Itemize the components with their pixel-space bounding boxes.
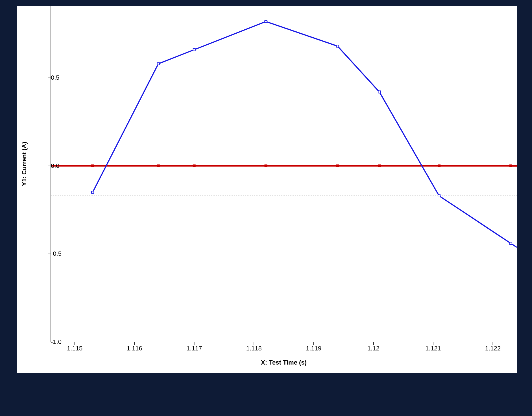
data-marker [336,45,339,47]
ref-lines [51,166,517,196]
series-blue [91,20,517,247]
data-marker [157,63,160,65]
data-marker [91,191,94,193]
data-marker [91,165,94,167]
data-marker [438,195,440,197]
chart-panel: -1.0-0.50.00.5 1.1151.1161.1171.1181.119… [17,6,517,373]
data-marker [193,165,195,167]
data-marker [336,165,339,167]
data-marker [378,91,380,93]
data-marker [265,165,267,167]
x-ticks [75,342,493,345]
x-tick-label: 1.121 [425,345,441,352]
y-axis-title: Y1: Current (A) [21,142,28,186]
x-tick-label: 1.122 [485,345,501,352]
series-red [51,165,517,167]
data-marker [157,165,160,167]
data-marker [265,20,267,23]
x-axis-title: X: Test Time (s) [261,359,307,366]
y-ticks [48,78,51,342]
plot-svg[interactable] [17,6,517,373]
x-tick-label: 1.12 [367,345,380,352]
x-tick-label: 1.119 [306,345,321,352]
x-tick-label: 1.117 [186,345,202,352]
x-tick-label: 1.115 [67,345,82,352]
data-marker [378,165,380,167]
series-line-blue [93,21,517,247]
x-tick-label: 1.118 [246,345,262,352]
x-tick-label: 1.116 [127,345,142,352]
data-marker [438,165,440,167]
data-marker [510,242,512,244]
data-marker [193,49,195,51]
